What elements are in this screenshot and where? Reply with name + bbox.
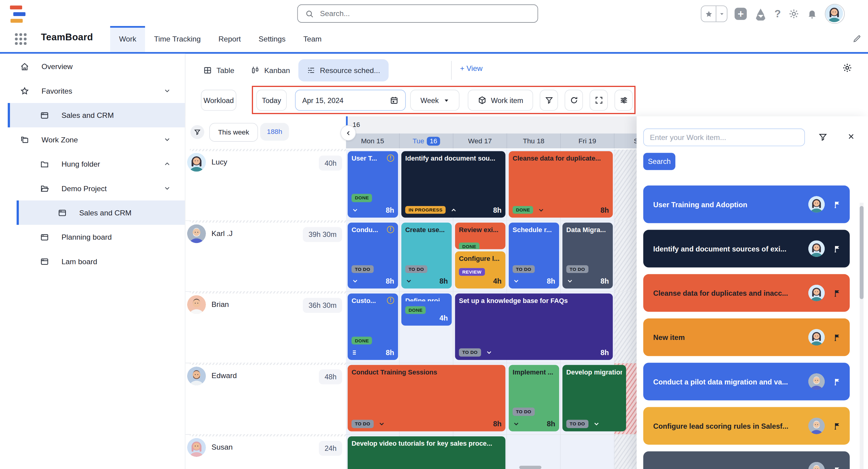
panel-work-item[interactable]: User Training and Adoption [643,185,850,223]
caret-down-icon[interactable] [716,6,727,22]
task-card[interactable]: Data Migra...TO DO8h [562,223,613,289]
nav-tab-report[interactable]: Report [210,26,250,52]
panel-work-item[interactable]: Conduct a pilot data migration and va... [643,363,850,400]
create-plus-icon[interactable]: + [735,8,747,20]
filter-button[interactable] [540,90,558,111]
milestone-flag-icon[interactable] [833,466,841,469]
panel-work-item[interactable]: Cleanse data for duplicates and inacc... [643,274,850,312]
global-search[interactable] [298,4,538,23]
resource-name-cell[interactable]: Brian36h 30m [185,292,346,363]
this-week-button[interactable]: This week [209,123,258,142]
app-logo-icon[interactable] [754,7,767,21]
panel-scrollbar-thumb[interactable] [860,206,864,299]
milestone-flag-icon[interactable] [833,200,841,208]
workload-button[interactable]: Workload [201,90,236,111]
edit-pencil-icon[interactable] [852,34,861,43]
resource-name-cell[interactable]: Lucy40h [185,150,346,220]
work-item-button[interactable]: Work item [468,90,533,111]
display-settings-button[interactable] [615,90,633,111]
add-view-button[interactable]: + View [460,64,483,72]
refresh-button[interactable] [564,90,583,111]
chevron-down-icon[interactable] [537,206,545,213]
star-icon[interactable] [702,6,716,22]
task-card[interactable]: Review exi...DONE [455,223,505,249]
schedule-filter-icon[interactable] [190,125,205,139]
milestone-flag-icon[interactable] [833,244,841,253]
resource-name-cell[interactable]: Edward48h [185,363,346,434]
panel-filter-icon[interactable] [818,133,828,142]
chevron-down-icon[interactable] [352,277,359,285]
chevron-down-icon[interactable] [352,206,359,213]
chevron-down-icon[interactable] [513,420,520,428]
gear-automation-icon[interactable] [788,8,799,20]
task-card[interactable]: Cleanse data for duplicate...DONE8h [509,151,613,217]
milestone-flag-icon[interactable] [833,333,841,341]
task-card[interactable]: Define proj...DONE4h [401,294,452,326]
sidebar-item-planning-board[interactable]: Planning board [0,225,185,249]
panel-work-item[interactable]: Configure lead scoring rules in Salesf..… [643,407,850,444]
task-card[interactable]: Implement ...TO DO8h [509,365,559,432]
view-tab-resource-sched-[interactable]: Resource sched... [298,59,389,82]
sidebar-item-lam-board[interactable]: Lam board [0,250,185,273]
sidebar-item-demo-project[interactable]: Demo Project [0,176,185,200]
chevron-down-icon[interactable] [486,349,493,356]
task-card[interactable]: Create use...TO DO8h [401,223,452,289]
chevron-down-icon[interactable] [378,420,385,428]
favorite-split-button[interactable] [701,5,727,22]
panel-search-button[interactable]: Search [643,153,675,170]
app-switcher-icon[interactable] [15,33,26,45]
board-settings-gear-icon[interactable] [842,63,852,73]
nav-tab-settings[interactable]: Settings [250,26,294,52]
task-card[interactable]: Develop video tutorials for key sales pr… [348,436,505,469]
chevron-down-icon[interactable] [566,277,574,285]
schedule-cell[interactable] [561,435,615,469]
menu-icon[interactable] [352,349,359,356]
milestone-flag-icon[interactable] [833,378,841,386]
view-tab-table[interactable]: Table [195,59,243,82]
work-item-search-input[interactable] [643,128,805,146]
task-card[interactable]: Set up a knowledge base for FAQsTO DO8h [455,294,613,360]
sidebar-item-work-zone[interactable]: Work Zone [0,127,185,151]
view-tab-kanban[interactable]: Kanban [243,59,298,82]
resource-name-cell[interactable]: Karl .J39h 30m [185,221,346,291]
chevron-down-icon[interactable] [513,277,520,285]
task-card[interactable]: Configure l...REVIEW4h [455,251,505,289]
bell-icon[interactable] [806,8,817,20]
task-card[interactable]: Condu...!TO DO8h [348,223,398,289]
task-card[interactable]: Schedule r...TO DO8h [509,223,559,289]
chevron-up-icon[interactable] [163,160,171,168]
panel-close-icon[interactable] [847,133,855,141]
milestone-flag-icon[interactable] [833,289,841,297]
chevron-down-icon[interactable] [405,277,412,285]
fullscreen-button[interactable] [590,90,608,111]
horizontal-scrollbar[interactable] [519,466,541,469]
chevron-down-icon[interactable] [163,136,171,144]
task-card[interactable]: User T...!DONE8h [348,151,398,217]
sidebar-item-sales-and-crm[interactable]: Sales and CRM [17,201,185,225]
sidebar-item-favorites[interactable]: Favorites [0,79,185,103]
resource-name-cell[interactable]: Susan24h [185,435,346,469]
nav-tab-team[interactable]: Team [294,26,331,52]
task-card[interactable]: Conduct Training SessionsTO DO8h [348,365,505,432]
search-input[interactable] [319,9,530,18]
task-card[interactable]: Identify and document sou...IN PROGRESS8… [401,151,505,217]
range-select[interactable]: Week [410,90,460,111]
user-avatar[interactable] [825,4,845,24]
sidebar-item-sales-and-crm[interactable]: Sales and CRM [8,103,185,127]
sidebar-item-hung-folder[interactable]: Hung folder [0,152,185,176]
nav-tab-time-tracking[interactable]: Time Tracking [145,26,210,52]
chevron-up-icon[interactable] [450,206,457,213]
panel-work-item[interactable]: Identify and document sources of exi... [643,230,850,267]
milestone-flag-icon[interactable] [833,422,841,430]
date-picker[interactable]: Apr 15, 2024 [295,90,406,111]
panel-work-item[interactable] [643,451,850,469]
schedule-cell[interactable] [507,435,561,469]
chevron-down-icon[interactable] [163,87,171,95]
nav-tab-work[interactable]: Work [110,26,145,52]
today-button[interactable]: Today [256,90,287,111]
sidebar-item-overview[interactable]: Overview [0,54,185,79]
panel-work-item[interactable]: New item [643,318,850,356]
chevron-down-icon[interactable] [593,420,600,428]
task-card[interactable]: Develop migration...TO DO [562,365,626,432]
collapse-panel-icon[interactable] [340,125,356,141]
